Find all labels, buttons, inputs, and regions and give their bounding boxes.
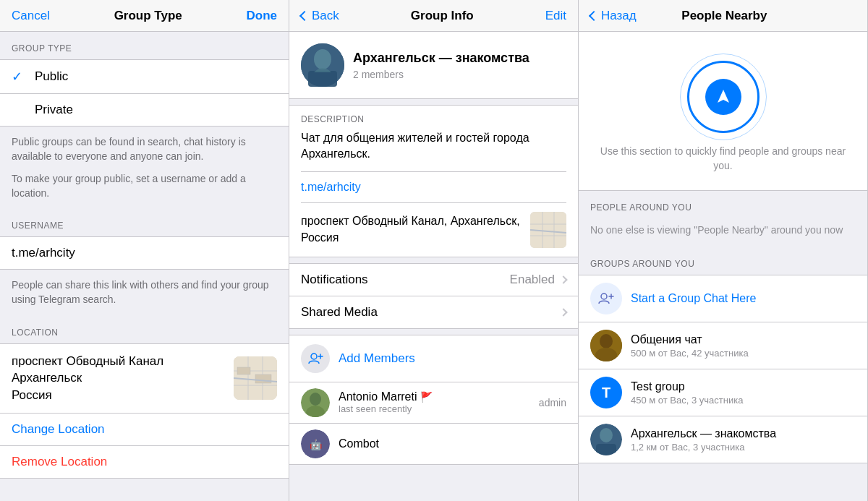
location-circle	[687, 61, 760, 133]
no-one-text: No one else is viewing "People Nearby" a…	[579, 218, 867, 247]
group-info-1: Общения чат 500 м от Вас, 42 участника	[631, 333, 856, 359]
chevron-right-shared-media	[559, 308, 567, 316]
group-distance-1: 500 м от Вас, 42 участника	[631, 348, 856, 359]
notifications-value: Enabled	[510, 273, 555, 287]
group-avatar-2: T	[590, 377, 622, 408]
svg-point-21	[310, 393, 321, 406]
svg-rect-10	[308, 71, 337, 87]
group-avatar-3	[590, 424, 622, 455]
settings-group: Notifications Enabled Shared Media	[289, 263, 578, 329]
groups-list: Start a Group Chat Here Общения чат 500 …	[579, 275, 867, 463]
back-button-group-info[interactable]: Back	[301, 9, 339, 23]
group-distance-2: 450 м от Вас, 3 участника	[631, 395, 856, 406]
description-text: Чат для общения жителей и гостей города …	[301, 130, 566, 172]
option-public[interactable]: ✓ Public	[0, 60, 289, 94]
member-avatar-1: 🤖	[301, 429, 330, 458]
panel2-content: Архангельск — знакомства 2 members DESCR…	[289, 32, 578, 501]
location-line1: проспект Обводный Канал	[12, 353, 225, 370]
group-name-3: Архангельск — знакомства	[631, 427, 856, 440]
panel-people-nearby: Назад People Nearby Use this section to …	[579, 0, 868, 501]
option-private[interactable]: Private	[0, 94, 289, 126]
change-location-button[interactable]: Change Location	[0, 414, 289, 446]
group-row-start[interactable]: Start a Group Chat Here	[579, 275, 867, 322]
checkmark-public: ✓	[12, 69, 26, 85]
group-info-3: Архангельск — знакомства 1,2 км от Вас, …	[631, 427, 856, 453]
member-info-1: Combot	[339, 437, 566, 450]
location-line2: Архангельск	[12, 369, 225, 387]
group-username-link[interactable]: t.me/arhcity	[301, 172, 566, 203]
back-label: Back	[312, 9, 339, 23]
panel2-title: Group Info	[411, 9, 474, 23]
edit-button[interactable]: Edit	[545, 9, 566, 23]
nav-bar-group-type: Cancel Group Type Done	[0, 0, 289, 32]
group-location-text: проспект Обводный Канал, Архангельск, Ро…	[301, 213, 530, 246]
location-section-header: LOCATION	[0, 316, 289, 343]
member-avatar-0	[301, 388, 330, 417]
map-thumbnail	[234, 356, 277, 400]
description-label: DESCRIPTION	[301, 114, 566, 124]
group-members-count: 2 members	[353, 69, 529, 80]
nav-bar-people-nearby: Назад People Nearby	[579, 0, 867, 32]
chevron-left-icon	[299, 10, 310, 20]
group-location-row: проспект Обводный Канал, Архангельск, Ро…	[301, 203, 566, 257]
location-text: проспект Обводный Канал Архангельск Росс…	[12, 353, 225, 404]
svg-point-17	[311, 354, 317, 359]
member-status-0: last seen recently	[339, 403, 530, 414]
panel1-title: Group Type	[114, 9, 182, 23]
username-field[interactable]: t.me/arhcity	[0, 236, 289, 270]
chevron-right-notifications	[559, 275, 567, 283]
group-name-1: Общения чат	[631, 333, 856, 346]
start-group-info: Start a Group Chat Here	[631, 292, 856, 305]
svg-point-29	[600, 334, 613, 348]
svg-rect-5	[237, 367, 250, 374]
panel-group-type: Cancel Group Type Done GROUP TYPE ✓ Publ…	[0, 0, 289, 501]
group-profile-info: Архангельск — знакомства 2 members	[353, 50, 529, 80]
group-name: Архангельск — знакомства	[353, 50, 529, 67]
member-role-0: admin	[539, 397, 566, 408]
group-row-1[interactable]: Общения чат 500 м от Вас, 42 участника	[579, 322, 867, 369]
username-info: People can share this link with others a…	[0, 270, 289, 315]
chevron-left-nearby-icon	[589, 10, 599, 20]
group-avatar	[301, 43, 344, 87]
group-distance-3: 1,2 км от Вас, 3 участника	[631, 442, 856, 453]
option-public-label: Public	[35, 69, 68, 84]
remove-location-button[interactable]: Remove Location	[0, 446, 289, 479]
done-button[interactable]: Done	[247, 9, 278, 23]
add-members-label: Add Members	[339, 351, 415, 366]
notifications-label: Notifications	[301, 273, 510, 287]
member-name-0: Antonio Marreti 🚩	[339, 390, 530, 403]
group-row-2[interactable]: T Test group 450 м от Вас, 3 участника	[579, 369, 867, 416]
start-group-name: Start a Group Chat Here	[631, 292, 856, 305]
member-flag-0: 🚩	[420, 391, 433, 403]
location-cell: проспект Обводный Канал Архангельск Росс…	[0, 343, 289, 414]
group-name-2: Test group	[631, 380, 856, 393]
notifications-row[interactable]: Notifications Enabled	[289, 264, 578, 296]
svg-point-25	[601, 294, 607, 299]
group-avatar-1	[590, 330, 622, 361]
svg-point-9	[314, 49, 331, 69]
back-button-nearby[interactable]: Назад	[590, 9, 637, 23]
add-members-row[interactable]: Add Members	[289, 335, 578, 382]
add-members-icon	[301, 344, 330, 373]
group-row-3[interactable]: Архангельск — знакомства 1,2 км от Вас, …	[579, 416, 867, 463]
username-value: t.me/arhcity	[12, 246, 75, 260]
panel3-content: Use this section to quickly find people …	[579, 32, 867, 501]
member-row-1[interactable]: 🤖 Combot	[289, 424, 578, 465]
group-type-section-header: GROUP TYPE	[0, 32, 289, 59]
username-section-header: USERNAME	[0, 209, 289, 236]
svg-point-32	[600, 428, 613, 442]
cancel-button[interactable]: Cancel	[12, 9, 50, 23]
public-info-text1: Public groups can be found in search, ch…	[0, 127, 289, 172]
group-map-mini	[530, 212, 566, 248]
nav-bar-group-info: Back Group Info Edit	[289, 0, 578, 32]
public-info-text2: To make your group public, set a usernam…	[0, 172, 289, 209]
group-type-options: ✓ Public Private	[0, 59, 289, 127]
shared-media-label: Shared Media	[301, 305, 561, 320]
shared-media-row[interactable]: Shared Media	[289, 296, 578, 328]
option-private-label: Private	[35, 103, 73, 117]
groups-around-header: GROUPS AROUND YOU	[579, 247, 867, 275]
start-group-icon	[590, 283, 622, 314]
member-row-0[interactable]: Antonio Marreti 🚩 last seen recently adm…	[289, 382, 578, 424]
people-around-header: PEOPLE AROUND YOU	[579, 191, 867, 218]
member-name-1: Combot	[339, 437, 566, 450]
